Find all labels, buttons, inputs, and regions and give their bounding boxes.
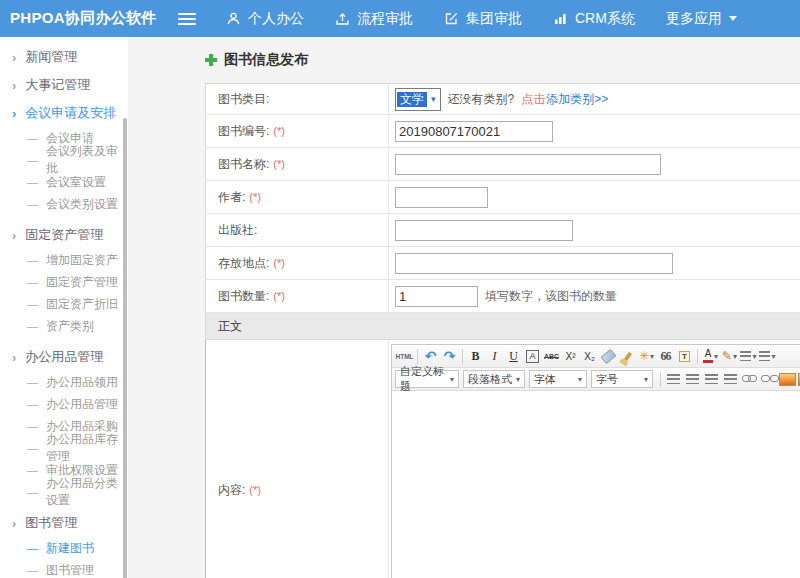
sidebar-item-supplies-inventory[interactable]: —办公用品库存管理 [0,437,128,459]
sidebar-item-asset-manage[interactable]: —固定资产管理 [0,271,128,293]
body-section-header: 正文 [205,313,800,340]
dash-icon: — [27,199,38,210]
label-text: 作者: [218,189,245,206]
marker-pen-button[interactable]: ✎▾ [720,347,739,365]
required-mark: (*) [273,125,285,137]
book-no-input[interactable] [395,121,553,142]
caret-down-icon: ▾ [714,352,718,361]
ordered-list-button[interactable]: ▾ [739,347,758,365]
sidebar-item-supplies-claim[interactable]: —办公用品领用 [0,371,128,393]
form-row-publisher: 出版社: [205,214,800,247]
html-source-button[interactable]: HTML [395,347,414,365]
field-label: 图书类目: [206,84,389,114]
font-family-select[interactable]: 字体▾ [529,370,587,388]
bold-button[interactable]: B [466,347,485,365]
hamburger-menu-icon[interactable] [178,18,196,20]
nav-more-apps[interactable]: 更多应用 [666,10,737,28]
book-name-input[interactable] [395,154,661,175]
label-text: 图书类目: [218,91,269,108]
unordered-list-button[interactable]: ▾ [758,347,777,365]
toolbar-separator [697,349,698,364]
label-text: 内容: [218,482,245,499]
align-right-button[interactable] [702,370,721,388]
sidebar-group-fixed-assets[interactable]: › 固定资产管理 [0,221,128,249]
blockquote-button[interactable]: 66 [656,347,675,365]
editor-content[interactable] [392,391,800,578]
sidebar-group-memorabilia[interactable]: › 大事记管理 [0,71,128,99]
paragraph-format-select[interactable]: 段落格式▾ [463,370,525,388]
select-label: 自定义标题 [400,364,450,394]
nav-group-approval[interactable]: 集团审批 [444,10,522,28]
align-justify-button[interactable] [721,370,740,388]
quantity-input[interactable] [395,286,478,307]
sidebar: › 新闻管理 › 大事记管理 › 会议申请及安排 —会议申请 —会议列表及审批 … [0,37,128,578]
align-center-button[interactable] [683,370,702,388]
nav-label: 个人办公 [248,10,304,28]
align-left-button[interactable] [664,370,683,388]
select-label: 段落格式 [468,372,512,387]
italic-button[interactable]: I [485,347,504,365]
font-border-button[interactable]: A [523,347,542,365]
autotypeset-button[interactable]: ✳▾ [637,347,656,365]
custom-title-select[interactable]: 自定义标题▾ [395,370,459,388]
format-brush-button[interactable] [618,347,637,365]
sidebar-item-supplies-category-setting[interactable]: —办公用品分类设置 [0,481,128,503]
publisher-input[interactable] [395,220,573,241]
sidebar-item-asset-depreciation[interactable]: —固定资产折旧 [0,293,128,315]
nav-workflow-approval[interactable]: 流程审批 [335,10,413,28]
nav-crm-system[interactable]: CRM系统 [553,10,635,28]
strikethrough-button[interactable]: ABC [542,347,561,365]
undo-button[interactable]: ↶ [421,347,440,365]
select-caret-icon: ▾ [427,94,440,104]
sidebar-item-label: 新建图书 [46,540,94,557]
redo-button[interactable]: ↷ [440,347,459,365]
insert-link-button[interactable] [740,370,759,388]
form-row-category: 图书类目: 文学 ▾ 还没有类别? 点击 添加类别>> [205,84,800,115]
sidebar-item-book-manage[interactable]: —图书管理 [0,559,128,578]
sidebar-group-news[interactable]: › 新闻管理 [0,43,128,71]
unlink-icon [761,374,777,384]
required-mark: (*) [273,257,285,269]
sidebar-item-book-create[interactable]: —新建图书 [0,537,128,559]
chevron-right-icon: › [12,107,16,120]
nav-label: 流程审批 [357,10,413,28]
chevron-right-icon: › [12,51,16,64]
label-text: 出版社: [218,222,257,239]
font-size-select[interactable]: 字号▾ [591,370,653,388]
sidebar-item-asset-category[interactable]: —资产类别 [0,315,128,337]
bold-icon: B [471,349,479,364]
add-category-link[interactable]: 添加类别>> [546,91,608,108]
sidebar-item-asset-add[interactable]: —增加固定资产 [0,249,128,271]
sidebar-group-meeting[interactable]: › 会议申请及安排 [0,99,128,127]
category-select[interactable]: 文学 ▾ [395,88,441,111]
book-form: 图书类目: 文学 ▾ 还没有类别? 点击 添加类别>> 图书编号:(*) [205,83,800,578]
paste-plain-button[interactable]: T [675,347,694,365]
sidebar-item-meeting-list-approve[interactable]: —会议列表及审批 [0,149,128,171]
add-category-link-click[interactable]: 点击 [521,91,545,108]
insert-image-button[interactable] [778,370,797,388]
caret-down-icon: ▾ [450,375,454,384]
superscript-button[interactable]: X² [561,347,580,365]
location-input[interactable] [395,253,673,274]
dash-icon: — [27,321,38,332]
dash-icon: — [27,465,38,476]
nav-personal-office[interactable]: 个人办公 [226,10,304,28]
sidebar-group-office-supplies[interactable]: › 办公用品管理 [0,343,128,371]
sidebar-group-books[interactable]: › 图书管理 [0,509,128,537]
align-left-icon [667,374,680,384]
form-row-book-no: 图书编号:(*) [205,115,800,148]
author-input[interactable] [395,187,488,208]
format-clear-button[interactable] [599,347,618,365]
sidebar-item-meeting-category-setting[interactable]: —会议类别设置 [0,193,128,215]
sidebar-scrollbar[interactable] [123,118,127,578]
category-hint: 还没有类别? [448,91,515,108]
font-color-button[interactable]: A▾ [701,347,720,365]
dash-icon: — [27,177,38,188]
underline-button[interactable]: U [504,347,523,365]
sidebar-item-supplies-manage[interactable]: —办公用品管理 [0,393,128,415]
subscript-button[interactable]: X₂ [580,347,599,365]
chevron-right-icon: › [12,229,16,242]
toolbar-separator [417,349,418,364]
remove-link-button[interactable] [759,370,778,388]
align-justify-icon [724,374,737,384]
